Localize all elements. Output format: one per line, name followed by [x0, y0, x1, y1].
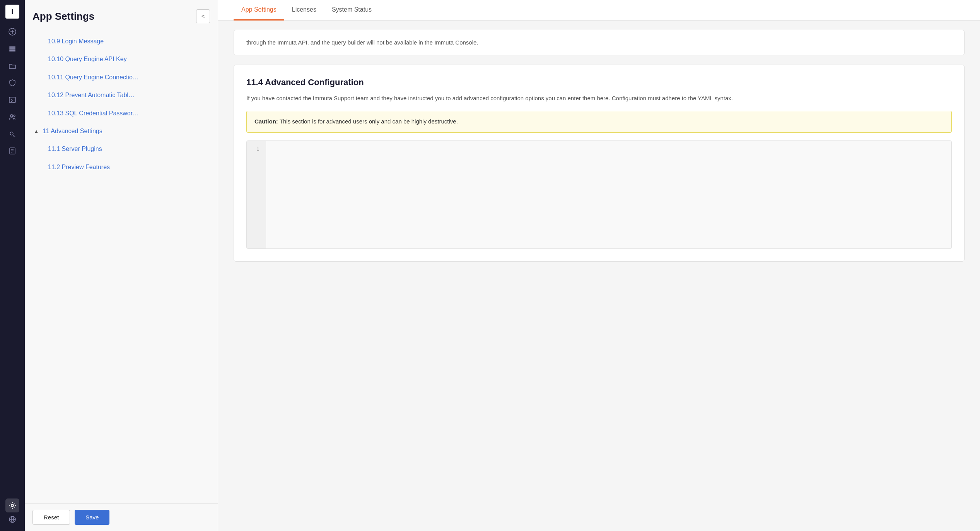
- sidebar-footer: Reset Save: [25, 503, 218, 531]
- users-nav-icon[interactable]: [5, 110, 19, 124]
- globe-nav-icon[interactable]: [5, 512, 19, 526]
- sidebar: App Settings < 10.9 Login Message 10.10 …: [25, 0, 218, 531]
- reset-button[interactable]: Reset: [32, 510, 70, 525]
- caution-label: Caution:: [254, 118, 278, 125]
- save-button[interactable]: Save: [75, 510, 109, 525]
- svg-point-9: [14, 115, 15, 116]
- code-editor: 1: [246, 140, 952, 249]
- sidebar-header: App Settings <: [25, 0, 218, 29]
- svg-rect-4: [9, 48, 15, 50]
- caution-text: This section is for advanced users only …: [278, 118, 458, 125]
- key-nav-icon[interactable]: [5, 127, 19, 141]
- svg-rect-5: [9, 50, 15, 51]
- shield-nav-icon[interactable]: [5, 76, 19, 90]
- code-textarea[interactable]: [266, 141, 951, 248]
- svg-rect-3: [9, 46, 15, 48]
- add-nav-icon[interactable]: [5, 25, 19, 39]
- intro-card: through the Immuta API, and the query bu…: [234, 30, 965, 55]
- svg-rect-6: [9, 97, 15, 103]
- sidebar-item-11-2[interactable]: 11.2 Preview Features: [25, 158, 218, 176]
- settings-nav-icon[interactable]: [5, 498, 19, 512]
- line-numbers: 1: [247, 141, 266, 248]
- svg-point-16: [11, 504, 14, 507]
- app-logo: I: [5, 5, 19, 19]
- sidebar-item-10-10[interactable]: 10.10 Query Engine API Key: [25, 50, 218, 68]
- intro-text: through the Immuta API, and the query bu…: [246, 38, 952, 47]
- advanced-config-title: 11.4 Advanced Configuration: [246, 77, 952, 87]
- advanced-config-card: 11.4 Advanced Configuration If you have …: [234, 65, 965, 262]
- collapse-button[interactable]: <: [196, 9, 210, 23]
- main-content: App Settings Licenses System Status thro…: [218, 0, 980, 531]
- sidebar-title: App Settings: [32, 10, 94, 22]
- sidebar-item-10-9[interactable]: 10.9 Login Message: [25, 33, 218, 50]
- notes-nav-icon[interactable]: [5, 144, 19, 158]
- layers-nav-icon[interactable]: [5, 42, 19, 56]
- svg-point-8: [10, 115, 13, 117]
- sidebar-nav: 10.9 Login Message 10.10 Query Engine AP…: [25, 29, 218, 503]
- sidebar-item-10-12[interactable]: 10.12 Prevent Automatic Tabl…: [25, 86, 218, 104]
- svg-point-10: [10, 132, 13, 135]
- tab-app-settings[interactable]: App Settings: [234, 0, 284, 21]
- sidebar-item-10-13[interactable]: 10.13 SQL Credential Passwor…: [25, 104, 218, 122]
- top-tabs: App Settings Licenses System Status: [218, 0, 980, 21]
- caution-box: Caution: This section is for advanced us…: [246, 111, 952, 133]
- tab-system-status[interactable]: System Status: [324, 0, 379, 21]
- folder-nav-icon[interactable]: [5, 59, 19, 73]
- sidebar-item-10-11[interactable]: 10.11 Query Engine Connectio…: [25, 69, 218, 86]
- advanced-config-description: If you have contacted the Immuta Support…: [246, 94, 952, 103]
- chevron-up-icon: ▲: [34, 128, 39, 135]
- content-area: through the Immuta API, and the query bu…: [218, 21, 980, 531]
- nav-bar: I: [0, 0, 25, 531]
- sidebar-item-11[interactable]: ▲ 11 Advanced Settings: [25, 122, 218, 140]
- sidebar-item-11-1[interactable]: 11.1 Server Plugins: [25, 140, 218, 158]
- tab-licenses[interactable]: Licenses: [284, 0, 324, 21]
- terminal-nav-icon[interactable]: [5, 93, 19, 107]
- line-number-1: 1: [253, 146, 260, 152]
